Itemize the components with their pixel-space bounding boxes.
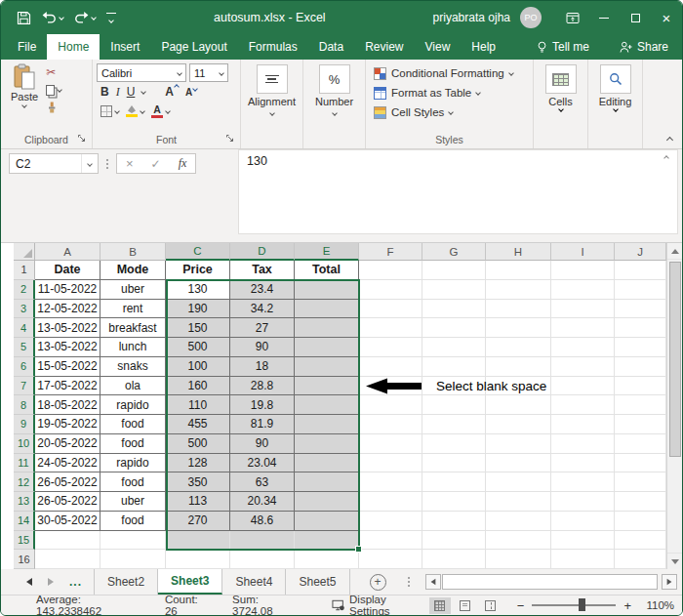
- tab-help[interactable]: Help: [461, 34, 506, 60]
- cell-G11[interactable]: [422, 454, 486, 473]
- cell-E10[interactable]: [295, 434, 359, 454]
- save-icon[interactable]: [15, 9, 33, 27]
- zoom-level[interactable]: 110%: [641, 599, 674, 611]
- sheet-tab-sheet3[interactable]: Sheet3: [158, 569, 222, 595]
- cell-G13[interactable]: [422, 492, 486, 512]
- cell-E3[interactable]: [295, 300, 359, 319]
- tab-data[interactable]: Data: [308, 34, 354, 60]
- cell-F11[interactable]: [359, 454, 422, 473]
- cell-H15[interactable]: [486, 531, 551, 551]
- cell-C15[interactable]: [166, 531, 230, 551]
- font-dialog-launcher-icon[interactable]: [225, 133, 234, 144]
- column-header-H[interactable]: H: [486, 243, 551, 261]
- cell-A8[interactable]: 18-05-2022: [35, 395, 100, 415]
- cell-J8[interactable]: [615, 395, 666, 415]
- cell-J1[interactable]: [615, 261, 666, 280]
- cell-J3[interactable]: [615, 300, 666, 319]
- column-header-D[interactable]: D: [230, 243, 295, 261]
- underline-dropdown-icon[interactable]: [141, 89, 147, 95]
- cell-I4[interactable]: [551, 318, 615, 338]
- row-header-8[interactable]: 8: [14, 395, 35, 415]
- editing-dropdown-icon[interactable]: [613, 106, 619, 112]
- row-header-16[interactable]: 16: [14, 550, 35, 569]
- cell-I12[interactable]: [551, 472, 615, 492]
- borders-button[interactable]: [100, 105, 119, 117]
- horizontal-scrollbar-thumb[interactable]: [442, 574, 658, 590]
- cell-F12[interactable]: [359, 472, 422, 492]
- cell-G1[interactable]: [422, 261, 486, 280]
- cell-G15[interactable]: [422, 531, 486, 551]
- cell-H16[interactable]: [486, 550, 551, 569]
- cell-I9[interactable]: [551, 415, 615, 434]
- cell-E6[interactable]: [295, 357, 359, 377]
- cell-J7[interactable]: [615, 377, 666, 396]
- account-user-name[interactable]: priyabrata ojha: [433, 11, 510, 24]
- row-header-6[interactable]: 6: [14, 357, 35, 377]
- cell-G9[interactable]: [422, 415, 486, 434]
- row-header-2[interactable]: 2: [14, 280, 35, 300]
- cell-H8[interactable]: [486, 395, 551, 415]
- cell-I7[interactable]: [551, 377, 615, 396]
- cell-A1[interactable]: Date: [35, 261, 100, 280]
- cell-B3[interactable]: rent: [100, 300, 166, 319]
- cell-I14[interactable]: [551, 512, 615, 531]
- redo-dropdown-icon[interactable]: [91, 15, 97, 21]
- undo-dropdown-icon[interactable]: [59, 15, 64, 21]
- cells-group[interactable]: Cells: [534, 60, 588, 148]
- paste-dropdown-icon[interactable]: [21, 103, 27, 108]
- cell-styles-button[interactable]: Cell Styles: [370, 103, 529, 122]
- cell-C10[interactable]: 500: [166, 434, 230, 454]
- cell-A15[interactable]: [35, 531, 100, 551]
- cell-G8[interactable]: [422, 395, 486, 415]
- cell-C3[interactable]: 190: [166, 300, 230, 319]
- insert-function-icon[interactable]: fx: [170, 156, 196, 171]
- scroll-up-icon[interactable]: [667, 243, 682, 260]
- cell-G12[interactable]: [422, 472, 486, 492]
- cell-C1[interactable]: Price: [166, 261, 230, 280]
- row-header-9[interactable]: 9: [14, 415, 35, 434]
- enter-icon[interactable]: ✓: [142, 157, 170, 171]
- cell-I10[interactable]: [551, 434, 615, 454]
- cell-B15[interactable]: [100, 531, 166, 551]
- cell-I8[interactable]: [551, 395, 615, 415]
- avatar[interactable]: PO: [520, 7, 542, 28]
- italic-button[interactable]: I: [116, 85, 120, 100]
- cell-A11[interactable]: 24-05-2022: [35, 454, 100, 473]
- column-header-I[interactable]: I: [551, 243, 615, 261]
- cell-J16[interactable]: [615, 550, 666, 569]
- cell-J9[interactable]: [615, 415, 666, 434]
- cell-H6[interactable]: [486, 357, 551, 377]
- row-header-11[interactable]: 11: [14, 454, 35, 473]
- cell-F2[interactable]: [359, 280, 422, 300]
- tab-home[interactable]: Home: [47, 34, 100, 60]
- cell-D3[interactable]: 34.2: [230, 300, 295, 319]
- cell-C7[interactable]: 160: [166, 377, 230, 396]
- vertical-scrollbar-thumb[interactable]: [669, 262, 681, 457]
- cell-A14[interactable]: 30-05-2022: [35, 512, 100, 531]
- cell-D11[interactable]: 23.04: [230, 454, 295, 473]
- row-header-5[interactable]: 5: [14, 338, 35, 357]
- cell-F10[interactable]: [359, 434, 422, 454]
- cell-I15[interactable]: [551, 531, 615, 551]
- cell-F15[interactable]: [359, 531, 422, 551]
- tab-file[interactable]: File: [7, 34, 47, 60]
- number-group[interactable]: % Number: [303, 60, 366, 148]
- cell-D4[interactable]: 27: [230, 318, 295, 338]
- cell-J2[interactable]: [615, 280, 666, 300]
- cell-I11[interactable]: [551, 454, 615, 473]
- cell-D5[interactable]: 90: [230, 338, 295, 357]
- close-button[interactable]: ×: [651, 1, 682, 34]
- cell-D13[interactable]: 20.34: [230, 492, 295, 512]
- ribbon-display-options-button[interactable]: [557, 1, 588, 34]
- editing-group[interactable]: Editing: [588, 60, 643, 148]
- cell-G5[interactable]: [422, 338, 486, 357]
- formula-bar-drag-handle[interactable]: [106, 159, 108, 169]
- cell-E15[interactable]: [295, 531, 359, 551]
- cell-J5[interactable]: [615, 338, 666, 357]
- cell-I16[interactable]: [551, 550, 615, 569]
- name-box[interactable]: C2: [9, 153, 99, 174]
- paste-button[interactable]: Paste: [11, 63, 38, 114]
- row-header-12[interactable]: 12: [14, 472, 35, 492]
- redo-button[interactable]: [72, 9, 98, 26]
- cell-C14[interactable]: 270: [166, 512, 230, 531]
